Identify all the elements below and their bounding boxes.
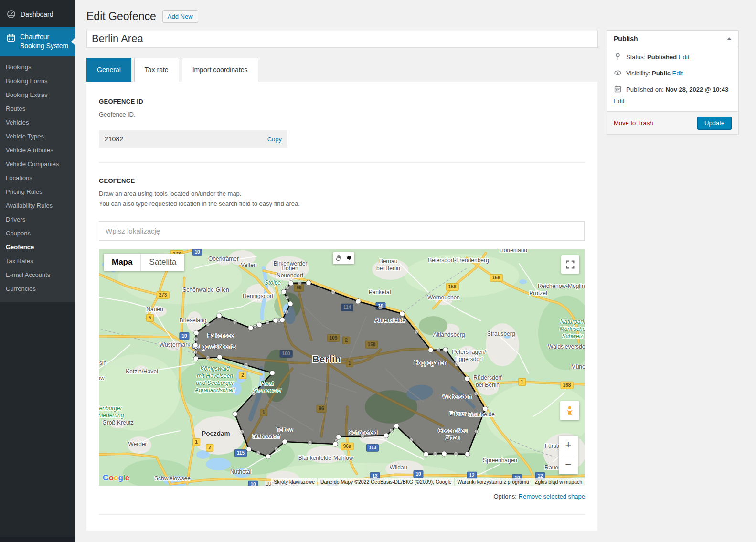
- polygon-midpoint-handle[interactable]: [474, 392, 478, 395]
- polygon-midpoint-handle[interactable]: [308, 441, 312, 445]
- sidebar-item-vehicle-types[interactable]: Vehicle Types: [0, 129, 75, 143]
- polygon-midpoint-handle[interactable]: [285, 286, 289, 289]
- polygon-midpoint-handle[interactable]: [284, 310, 288, 314]
- polygon-midpoint-handle[interactable]: [389, 429, 393, 433]
- polygon-vertex-handle[interactable]: [465, 376, 469, 381]
- polygon-midpoint-handle[interactable]: [361, 434, 364, 438]
- sidebar-item-e-mail-accounts[interactable]: E-mail Accounts: [0, 268, 75, 282]
- map-type-map-button[interactable]: Mapa: [104, 254, 140, 271]
- keyboard-shortcuts-button[interactable]: Skróty klawiszowe: [271, 478, 317, 486]
- sidebar-item-vehicles[interactable]: Vehicles: [0, 116, 75, 129]
- sidebar-item-booking-forms[interactable]: Booking Forms: [0, 74, 75, 88]
- copy-button[interactable]: Copy: [267, 136, 282, 143]
- polygon-vertex-handle[interactable]: [217, 355, 222, 360]
- edit-published-date-link[interactable]: Edit: [614, 97, 624, 105]
- polygon-vertex-handle[interactable]: [257, 322, 262, 327]
- polygon-vertex-handle[interactable]: [280, 318, 285, 322]
- polygon-vertex-handle[interactable]: [193, 356, 198, 361]
- polygon-vertex-handle[interactable]: [281, 289, 286, 294]
- edit-status-link[interactable]: Edit: [679, 53, 689, 61]
- polygon-vertex-handle[interactable]: [424, 452, 428, 457]
- polygon-vertex-handle[interactable]: [394, 424, 399, 428]
- update-button[interactable]: Update: [697, 117, 732, 129]
- polygon-vertex-handle[interactable]: [282, 439, 287, 444]
- polygon-vertex-handle[interactable]: [465, 452, 470, 457]
- polygon-midpoint-handle[interactable]: [266, 320, 269, 324]
- tab-general[interactable]: General: [86, 58, 131, 82]
- polygon-midpoint-handle[interactable]: [454, 452, 458, 456]
- polygon-midpoint-handle[interactable]: [436, 348, 440, 351]
- map-type-satellite-button[interactable]: Satelita: [140, 254, 184, 271]
- polygon-vertex-handle[interactable]: [288, 281, 293, 286]
- polygon-vertex-handle[interactable]: [443, 347, 448, 352]
- polygon-midpoint-handle[interactable]: [378, 306, 382, 309]
- polygon-vertex-handle[interactable]: [194, 330, 199, 335]
- polygon-handles[interactable]: [99, 249, 585, 486]
- pegman-control[interactable]: [560, 401, 579, 420]
- polygon-midpoint-handle[interactable]: [193, 350, 197, 354]
- sidebar-item-booking-extras[interactable]: Booking Extras: [0, 88, 75, 102]
- draw-polygon-tool-button[interactable]: [344, 253, 354, 263]
- polygon-midpoint-handle[interactable]: [233, 320, 237, 324]
- polygon-midpoint-handle[interactable]: [240, 430, 244, 434]
- sidebar-item-vehicle-companies[interactable]: Vehicle Companies: [0, 157, 75, 171]
- polygon-vertex-handle[interactable]: [217, 313, 222, 318]
- polygon-midpoint-handle[interactable]: [252, 392, 256, 395]
- fullscreen-button[interactable]: [561, 255, 579, 274]
- polygon-vertex-handle[interactable]: [400, 311, 405, 316]
- polygon-midpoint-handle[interactable]: [285, 296, 289, 299]
- polygon-vertex-handle[interactable]: [306, 280, 311, 285]
- attribution-item[interactable]: Zgłoś błąd w mapach: [532, 478, 585, 486]
- post-title-input[interactable]: [86, 30, 598, 48]
- sidebar-item-chauffeur-booking-system[interactable]: Chauffeur Booking System: [0, 27, 75, 56]
- sidebar-item-availability-rules[interactable]: Availability Rules: [0, 199, 75, 213]
- polygon-midpoint-handle[interactable]: [474, 429, 478, 433]
- polygon-midpoint-handle[interactable]: [206, 322, 210, 326]
- polygon-vertex-handle[interactable]: [442, 451, 447, 456]
- polygon-midpoint-handle[interactable]: [194, 337, 198, 341]
- attribution-item[interactable]: Dane do Mapy ©2022 GeoBasis-DE/BKG (©200…: [318, 478, 454, 486]
- polygon-vertex-handle[interactable]: [266, 454, 270, 459]
- sidebar-item-drivers[interactable]: Drivers: [0, 213, 75, 226]
- sidebar-item-tax-rates[interactable]: Tax Rates: [0, 254, 75, 268]
- polygon-vertex-handle[interactable]: [233, 412, 237, 416]
- polygon-midpoint-handle[interactable]: [433, 452, 437, 456]
- sidebar-item-routes[interactable]: Routes: [0, 102, 75, 116]
- polygon-vertex-handle[interactable]: [193, 343, 198, 348]
- sidebar-item-locations[interactable]: Locations: [0, 171, 75, 185]
- polygon-midpoint-handle[interactable]: [253, 324, 257, 328]
- polygon-midpoint-handle[interactable]: [274, 447, 278, 451]
- polygon-midpoint-handle[interactable]: [298, 281, 301, 285]
- edit-visibility-link[interactable]: Edit: [672, 70, 683, 77]
- polygon-midpoint-handle[interactable]: [244, 363, 248, 367]
- attribution-item[interactable]: Warunki korzystania z programu: [455, 478, 532, 486]
- polygon-vertex-handle[interactable]: [270, 371, 275, 375]
- polygon-midpoint-handle[interactable]: [415, 330, 418, 334]
- collapse-caret-icon[interactable]: [727, 37, 732, 40]
- polygon-vertex-handle[interactable]: [483, 406, 488, 411]
- remove-shape-link[interactable]: Remove selected shape: [519, 493, 585, 500]
- tab-import-coordinates[interactable]: Import coordinates: [182, 58, 258, 82]
- sidebar-item-geofence[interactable]: Geofence: [0, 240, 75, 254]
- polygon-vertex-handle[interactable]: [248, 326, 253, 330]
- polygon-midpoint-handle[interactable]: [206, 356, 210, 360]
- polygon-midpoint-handle[interactable]: [454, 362, 458, 366]
- polygon-midpoint-handle[interactable]: [256, 451, 260, 455]
- google-map[interactable]: 1027327359611410158168101092158100121168…: [99, 249, 585, 486]
- sidebar-item-dashboard[interactable]: Dashboard: [0, 0, 75, 27]
- zoom-out-button[interactable]: −: [559, 455, 578, 474]
- pan-hand-tool-button[interactable]: [333, 253, 343, 263]
- location-search-input[interactable]: [99, 221, 585, 241]
- sidebar-item-currencies[interactable]: Currencies: [0, 282, 75, 296]
- polygon-vertex-handle[interactable]: [336, 435, 341, 439]
- polygon-midpoint-handle[interactable]: [409, 438, 413, 442]
- sidebar-item-coupons[interactable]: Coupons: [0, 226, 75, 240]
- tab-tax-rate[interactable]: Tax rate: [134, 58, 179, 82]
- google-logo[interactable]: Google: [103, 473, 129, 483]
- sidebar-item-vehicle-attributes[interactable]: Vehicle Attributes: [0, 143, 75, 157]
- polygon-vertex-handle[interactable]: [384, 433, 389, 438]
- polygon-vertex-handle[interactable]: [273, 318, 278, 323]
- polygon-vertex-handle[interactable]: [428, 348, 433, 352]
- collapse-menu-strip[interactable]: [0, 537, 75, 542]
- polygon-vertex-handle[interactable]: [356, 299, 361, 304]
